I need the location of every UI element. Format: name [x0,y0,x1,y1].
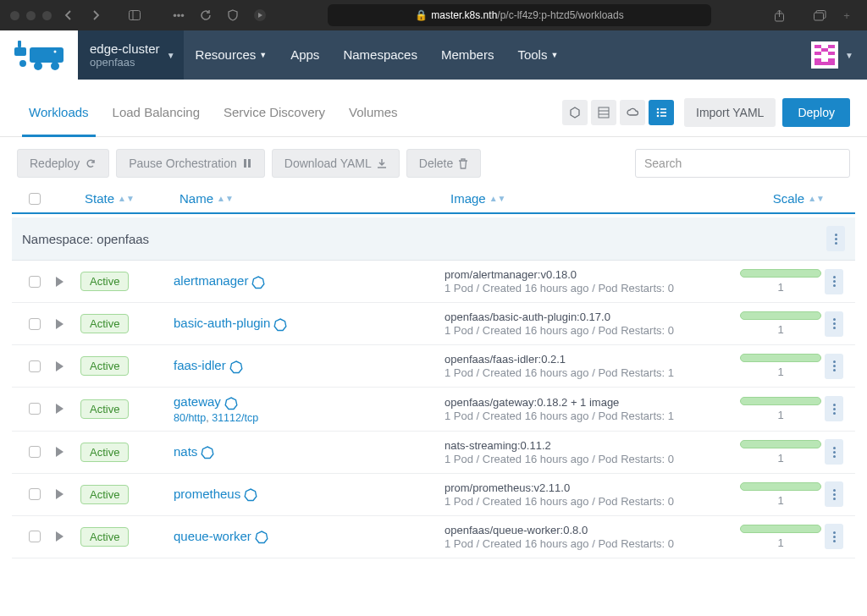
scale-count: 1 [777,494,783,507]
row-menu-button[interactable] [825,439,843,465]
workload-name-link[interactable]: basic-auth-plugin [174,316,270,330]
select-all-checkbox[interactable] [29,193,41,205]
svg-point-12 [54,51,57,53]
svg-rect-17 [815,52,821,55]
redo-icon [85,157,97,169]
workload-name-link[interactable]: gateway [174,394,221,409]
share-icon[interactable] [769,5,789,25]
table-header: State▲▼ Name▲▼ Image▲▼ Scale▲▼ [12,186,855,214]
svg-rect-0 [130,11,141,20]
chevron-down-icon: ▼ [167,51,175,60]
workload-name-link[interactable]: nats [174,444,197,459]
row-checkbox[interactable] [29,276,41,288]
kubernetes-icon [201,446,214,459]
forward-button[interactable] [86,5,106,25]
import-yaml-button[interactable]: Import YAML [684,98,776,127]
svg-rect-14 [815,45,821,48]
tab-volumes[interactable]: Volumes [337,88,410,136]
svg-rect-27 [660,112,666,113]
image-name: prom/alertmanager:v0.18.0 [445,268,737,281]
row-checkbox[interactable] [29,403,41,415]
kubernetes-icon [244,488,257,502]
redeploy-button[interactable]: Redeploy [17,149,109,178]
svg-point-10 [34,62,42,70]
scale-count: 1 [777,452,783,465]
play-circle-icon[interactable] [250,5,270,25]
nav-members[interactable]: Members [429,30,506,80]
view-cloud-icon[interactable] [620,100,645,125]
nav-apps[interactable]: Apps [279,30,331,80]
deploy-button[interactable]: Deploy [782,98,850,127]
row-checkbox[interactable] [29,488,41,500]
back-button[interactable] [58,5,79,25]
scale-count: 1 [777,323,783,336]
pause-button[interactable]: Pause Orchestration [116,149,265,178]
header-scale[interactable]: Scale▲▼ [737,191,825,206]
workload-name-link[interactable]: prometheus [174,487,240,501]
reader-icon[interactable]: ••• [168,5,189,25]
expand-row-icon[interactable] [56,404,64,414]
url-bar[interactable]: 🔒 master.k8s.nth/p/c-lf4z9:p-htzd5/workl… [328,4,711,26]
new-tab-icon[interactable]: + [837,5,857,25]
expand-row-icon[interactable] [56,447,64,457]
header-name[interactable]: Name▲▼ [179,191,450,206]
sidebar-icon[interactable] [124,5,145,25]
expand-row-icon[interactable] [56,361,64,371]
delete-button[interactable]: Delete [406,149,481,178]
svg-rect-7 [18,41,21,47]
refresh-icon[interactable] [196,5,216,25]
traffic-close[interactable] [10,11,19,20]
kubernetes-icon [251,276,265,289]
row-checkbox[interactable] [29,446,41,458]
tabs-icon[interactable] [809,5,830,25]
header-state[interactable]: State▲▼ [75,191,179,206]
expand-row-icon[interactable] [56,531,64,542]
traffic-min[interactable] [26,11,36,20]
view-grid-icon[interactable] [591,100,616,125]
header-image[interactable]: Image▲▼ [450,191,737,206]
row-menu-button[interactable] [825,481,843,507]
view-box-icon[interactable] [562,100,588,125]
view-toggles [562,100,674,125]
tab-workloads[interactable]: Workloads [17,88,101,136]
traffic-max[interactable] [42,11,52,20]
svg-point-24 [657,107,660,110]
row-menu-button[interactable] [825,396,843,421]
row-checkbox[interactable] [29,531,41,542]
group-menu-button[interactable] [826,226,845,251]
workload-name-link[interactable]: alertmanager [174,273,248,288]
view-list-icon[interactable] [649,100,674,125]
row-checkbox[interactable] [29,318,41,330]
traffic-lights [10,11,52,20]
row-menu-button[interactable] [825,354,843,379]
nav-resources[interactable]: Resources▼ [184,30,279,80]
image-meta: 1 Pod / Created 16 hours ago / Pod Resta… [445,495,737,508]
shield-icon[interactable] [223,5,243,25]
expand-row-icon[interactable] [56,319,64,329]
expand-row-icon[interactable] [56,277,64,287]
row-menu-button[interactable] [825,269,843,294]
kubernetes-icon [255,531,268,544]
kubernetes-icon [224,397,238,410]
workloads-table: State▲▼ Name▲▼ Image▲▼ Scale▲▼ Namespace… [12,186,855,558]
user-menu[interactable]: ▼ [798,30,867,80]
svg-rect-25 [660,108,666,110]
workload-name-link[interactable]: faas-idler [174,358,226,372]
search-input[interactable] [635,149,850,178]
tab-load-balancing[interactable]: Load Balancing [101,88,212,136]
expand-row-icon[interactable] [56,489,64,499]
row-menu-button[interactable] [825,524,843,549]
cluster-selector[interactable]: edge-cluster openfaas ▼ [78,30,184,80]
table-row: Activeprometheusprom/prometheus:v2.11.01… [12,474,855,516]
image-name: nats-streaming:0.11.2 [445,439,737,452]
row-menu-button[interactable] [825,311,843,337]
download-icon [377,158,387,169]
rancher-logo[interactable] [0,30,78,80]
workload-name-link[interactable]: queue-worker [174,529,251,543]
svg-rect-21 [599,107,609,118]
nav-namespaces[interactable]: Namespaces [331,30,429,80]
download-yaml-button[interactable]: Download YAML [272,149,400,178]
tab-service-discovery[interactable]: Service Discovery [212,88,337,136]
row-checkbox[interactable] [29,360,41,372]
nav-tools[interactable]: Tools▼ [505,30,570,80]
